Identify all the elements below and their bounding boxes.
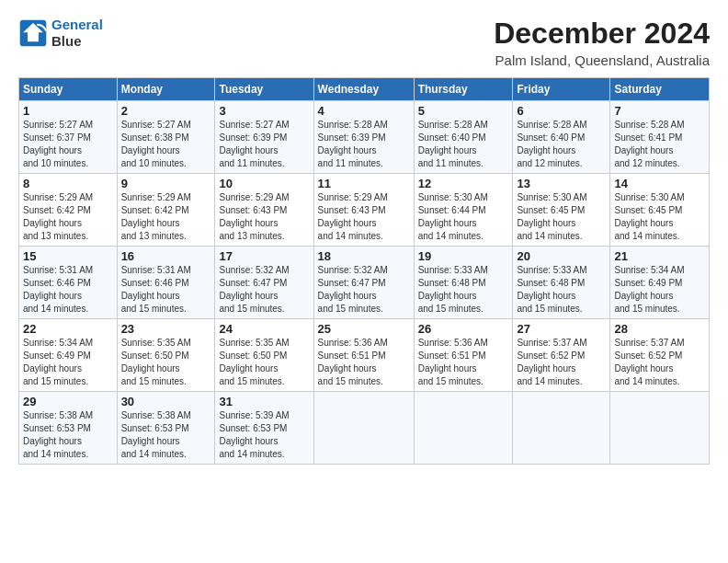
calendar-cell: 13 Sunrise: 5:30 AM Sunset: 6:45 PM Dayl…	[513, 174, 610, 247]
day-number: 11	[318, 177, 410, 190]
subtitle: Palm Island, Queensland, Australia	[494, 52, 710, 68]
day-number: 12	[418, 177, 509, 190]
day-info: Sunrise: 5:37 AM Sunset: 6:52 PM Dayligh…	[517, 337, 606, 388]
day-number: 4	[318, 104, 410, 118]
day-info: Sunrise: 5:36 AM Sunset: 6:51 PM Dayligh…	[418, 337, 509, 388]
calendar-cell: 30 Sunrise: 5:38 AM Sunset: 6:53 PM Dayl…	[117, 392, 215, 465]
day-number: 1	[23, 104, 113, 118]
calendar-cell: 12 Sunrise: 5:30 AM Sunset: 6:44 PM Dayl…	[414, 174, 513, 247]
logo: General Blue	[18, 17, 103, 50]
day-info: Sunrise: 5:35 AM Sunset: 6:50 PM Dayligh…	[121, 337, 211, 388]
day-number: 26	[418, 322, 509, 336]
day-number: 20	[517, 249, 606, 263]
logo-text: General Blue	[51, 17, 103, 50]
calendar-cell: 8 Sunrise: 5:29 AM Sunset: 6:42 PM Dayli…	[19, 174, 118, 247]
calendar-cell: 10 Sunrise: 5:29 AM Sunset: 6:43 PM Dayl…	[215, 174, 313, 247]
calendar-cell: 15 Sunrise: 5:31 AM Sunset: 6:46 PM Dayl…	[19, 247, 118, 319]
day-number: 15	[23, 249, 113, 263]
day-info: Sunrise: 5:27 AM Sunset: 6:37 PM Dayligh…	[23, 119, 113, 170]
day-info: Sunrise: 5:29 AM Sunset: 6:43 PM Dayligh…	[219, 191, 309, 243]
title-block: December 2024 Palm Island, Queensland, A…	[494, 17, 710, 68]
calendar-cell: 25 Sunrise: 5:36 AM Sunset: 6:51 PM Dayl…	[313, 319, 414, 392]
calendar-cell: 17 Sunrise: 5:32 AM Sunset: 6:47 PM Dayl…	[215, 247, 313, 319]
day-info: Sunrise: 5:33 AM Sunset: 6:48 PM Dayligh…	[418, 264, 509, 316]
day-info: Sunrise: 5:34 AM Sunset: 6:49 PM Dayligh…	[614, 264, 705, 316]
day-number: 9	[121, 177, 211, 190]
calendar-cell: 7 Sunrise: 5:28 AM Sunset: 6:41 PM Dayli…	[610, 101, 710, 174]
day-info: Sunrise: 5:39 AM Sunset: 6:53 PM Dayligh…	[219, 409, 309, 461]
calendar-cell: 31 Sunrise: 5:39 AM Sunset: 6:53 PM Dayl…	[215, 392, 313, 465]
day-info: Sunrise: 5:28 AM Sunset: 6:41 PM Dayligh…	[614, 119, 705, 170]
day-info: Sunrise: 5:29 AM Sunset: 6:42 PM Dayligh…	[23, 191, 113, 243]
day-number: 13	[517, 177, 606, 190]
day-info: Sunrise: 5:29 AM Sunset: 6:43 PM Dayligh…	[318, 191, 410, 243]
calendar-cell: 19 Sunrise: 5:33 AM Sunset: 6:48 PM Dayl…	[414, 247, 513, 319]
day-info: Sunrise: 5:36 AM Sunset: 6:51 PM Dayligh…	[318, 337, 410, 388]
calendar-cell: 24 Sunrise: 5:35 AM Sunset: 6:50 PM Dayl…	[215, 319, 313, 392]
day-info: Sunrise: 5:32 AM Sunset: 6:47 PM Dayligh…	[219, 264, 309, 316]
logo-icon	[18, 18, 48, 48]
day-info: Sunrise: 5:30 AM Sunset: 6:45 PM Dayligh…	[517, 191, 606, 243]
day-info: Sunrise: 5:31 AM Sunset: 6:46 PM Dayligh…	[121, 264, 211, 316]
day-number: 6	[517, 104, 606, 118]
calendar-cell: 22 Sunrise: 5:34 AM Sunset: 6:49 PM Dayl…	[19, 319, 118, 392]
day-number: 14	[614, 177, 705, 190]
day-number: 24	[219, 322, 309, 336]
day-info: Sunrise: 5:37 AM Sunset: 6:52 PM Dayligh…	[614, 337, 705, 388]
day-info: Sunrise: 5:27 AM Sunset: 6:38 PM Dayligh…	[121, 119, 211, 170]
day-number: 10	[219, 177, 309, 190]
main-title: December 2024	[494, 17, 710, 51]
day-info: Sunrise: 5:27 AM Sunset: 6:39 PM Dayligh…	[219, 119, 309, 170]
day-of-week-header: Wednesday	[313, 78, 414, 101]
day-number: 29	[23, 395, 113, 408]
day-info: Sunrise: 5:30 AM Sunset: 6:44 PM Dayligh…	[418, 191, 509, 243]
day-number: 28	[614, 322, 705, 336]
calendar-cell: 18 Sunrise: 5:32 AM Sunset: 6:47 PM Dayl…	[313, 247, 414, 319]
day-number: 3	[219, 104, 309, 118]
day-number: 2	[121, 104, 211, 118]
day-of-week-header: Sunday	[19, 78, 118, 101]
calendar-cell: 9 Sunrise: 5:29 AM Sunset: 6:42 PM Dayli…	[117, 174, 215, 247]
calendar-cell: 29 Sunrise: 5:38 AM Sunset: 6:53 PM Dayl…	[19, 392, 118, 465]
calendar-cell: 20 Sunrise: 5:33 AM Sunset: 6:48 PM Dayl…	[513, 247, 610, 319]
calendar-cell: 4 Sunrise: 5:28 AM Sunset: 6:39 PM Dayli…	[313, 101, 414, 174]
calendar-cell: 11 Sunrise: 5:29 AM Sunset: 6:43 PM Dayl…	[313, 174, 414, 247]
day-number: 18	[318, 249, 410, 263]
day-number: 23	[121, 322, 211, 336]
day-number: 21	[614, 249, 705, 263]
calendar-cell: 16 Sunrise: 5:31 AM Sunset: 6:46 PM Dayl…	[117, 247, 215, 319]
calendar-cell	[610, 392, 710, 465]
calendar-cell	[513, 392, 610, 465]
day-number: 19	[418, 249, 509, 263]
day-of-week-header: Saturday	[610, 78, 710, 101]
day-number: 5	[418, 104, 509, 118]
header: General Blue December 2024 Palm Island, …	[18, 17, 710, 68]
day-of-week-header: Monday	[117, 78, 215, 101]
day-info: Sunrise: 5:34 AM Sunset: 6:49 PM Dayligh…	[23, 337, 113, 388]
day-number: 16	[121, 249, 211, 263]
page: General Blue December 2024 Palm Island, …	[0, 0, 728, 563]
day-number: 25	[318, 322, 410, 336]
day-info: Sunrise: 5:28 AM Sunset: 6:40 PM Dayligh…	[418, 119, 509, 170]
day-number: 22	[23, 322, 113, 336]
calendar-cell: 2 Sunrise: 5:27 AM Sunset: 6:38 PM Dayli…	[117, 101, 215, 174]
calendar-cell: 23 Sunrise: 5:35 AM Sunset: 6:50 PM Dayl…	[117, 319, 215, 392]
calendar-cell: 26 Sunrise: 5:36 AM Sunset: 6:51 PM Dayl…	[414, 319, 513, 392]
day-info: Sunrise: 5:38 AM Sunset: 6:53 PM Dayligh…	[121, 409, 211, 461]
calendar-cell: 3 Sunrise: 5:27 AM Sunset: 6:39 PM Dayli…	[215, 101, 313, 174]
day-info: Sunrise: 5:29 AM Sunset: 6:42 PM Dayligh…	[121, 191, 211, 243]
day-of-week-header: Tuesday	[215, 78, 313, 101]
calendar-cell: 5 Sunrise: 5:28 AM Sunset: 6:40 PM Dayli…	[414, 101, 513, 174]
calendar-cell: 1 Sunrise: 5:27 AM Sunset: 6:37 PM Dayli…	[19, 101, 118, 174]
calendar: SundayMondayTuesdayWednesdayThursdayFrid…	[18, 77, 710, 465]
day-number: 8	[23, 177, 113, 190]
day-info: Sunrise: 5:31 AM Sunset: 6:46 PM Dayligh…	[23, 264, 113, 316]
day-of-week-header: Friday	[513, 78, 610, 101]
calendar-cell: 6 Sunrise: 5:28 AM Sunset: 6:40 PM Dayli…	[513, 101, 610, 174]
day-number: 27	[517, 322, 606, 336]
day-number: 31	[219, 395, 309, 408]
day-info: Sunrise: 5:30 AM Sunset: 6:45 PM Dayligh…	[614, 191, 705, 243]
day-info: Sunrise: 5:35 AM Sunset: 6:50 PM Dayligh…	[219, 337, 309, 388]
calendar-cell: 27 Sunrise: 5:37 AM Sunset: 6:52 PM Dayl…	[513, 319, 610, 392]
day-info: Sunrise: 5:33 AM Sunset: 6:48 PM Dayligh…	[517, 264, 606, 316]
